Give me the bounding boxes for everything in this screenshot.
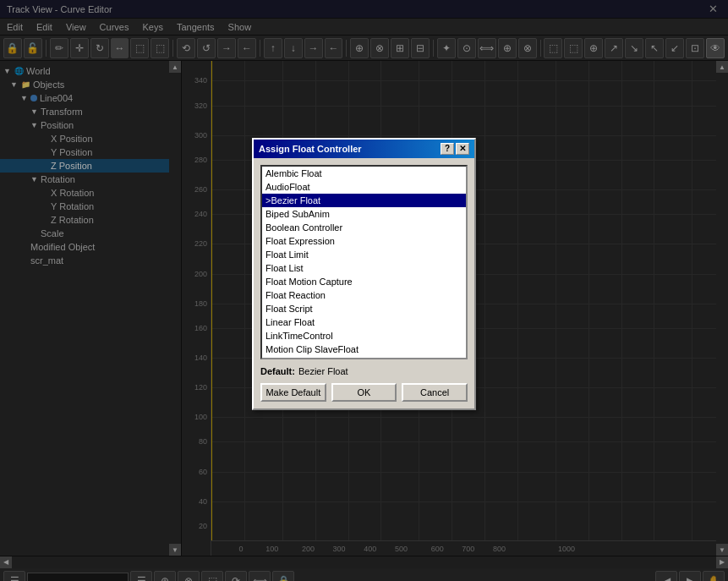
default-label: Default:: [260, 366, 295, 376]
list-item-biped-subanim[interactable]: Biped SubAnim: [262, 207, 466, 221]
list-item-noise-float[interactable]: Noise Float: [262, 356, 466, 359]
dialog-buttons: Make Default OK Cancel: [260, 383, 468, 402]
dialog-title: Assign Float Controller: [259, 144, 441, 154]
controller-list[interactable]: Alembic Float AudioFloat >Bezier Float B…: [260, 165, 468, 359]
list-item-bezier-float[interactable]: >Bezier Float: [262, 194, 466, 207]
assign-float-controller-dialog: Assign Float Controller ? ✕ Alembic Floa…: [252, 138, 476, 410]
list-item-motion-clip-slavefloat[interactable]: Motion Clip SlaveFloat: [262, 343, 466, 356]
list-item-alembic-float[interactable]: Alembic Float: [262, 167, 466, 180]
list-item-float-motion-capture[interactable]: Float Motion Capture: [262, 275, 466, 288]
modal-overlay: Assign Float Controller ? ✕ Alembic Floa…: [0, 0, 728, 581]
list-item-float-expression[interactable]: Float Expression: [262, 234, 466, 248]
dialog-body: Alembic Float AudioFloat >Bezier Float B…: [254, 158, 474, 408]
list-item-linear-float[interactable]: Linear Float: [262, 315, 466, 329]
make-default-button[interactable]: Make Default: [260, 383, 326, 402]
list-item-float-script[interactable]: Float Script: [262, 302, 466, 315]
list-item-link-time-control[interactable]: LinkTimeControl: [262, 329, 466, 343]
dialog-titlebar: Assign Float Controller ? ✕: [254, 140, 474, 158]
list-item-float-list[interactable]: Float List: [262, 261, 466, 275]
ok-button[interactable]: OK: [331, 383, 397, 402]
list-item-audiofloat[interactable]: AudioFloat: [262, 180, 466, 194]
dialog-help-btn[interactable]: ?: [441, 143, 454, 155]
list-item-float-reaction[interactable]: Float Reaction: [262, 288, 466, 302]
dialog-title-buttons: ? ✕: [441, 143, 469, 155]
default-row: Default: Bezier Float: [260, 366, 468, 376]
list-item-boolean-controller[interactable]: Boolean Controller: [262, 221, 466, 234]
list-item-float-limit[interactable]: Float Limit: [262, 248, 466, 261]
default-value: Bezier Float: [298, 366, 348, 376]
dialog-close-btn[interactable]: ✕: [456, 143, 469, 155]
cancel-button[interactable]: Cancel: [402, 383, 468, 402]
